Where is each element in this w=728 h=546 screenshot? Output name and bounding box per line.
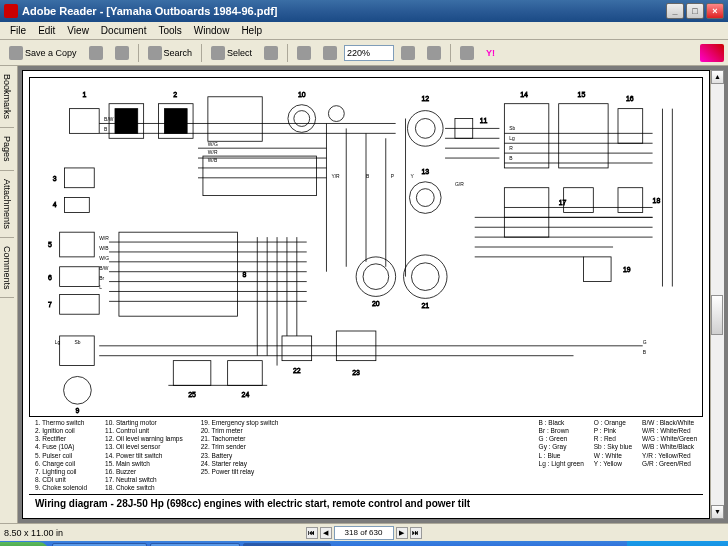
scroll-track[interactable] [711,84,724,505]
zoom-out-button[interactable] [292,43,316,63]
menu-help[interactable]: Help [235,23,268,38]
help-icon [460,46,474,60]
system-tray[interactable]: 00:38 [627,541,728,546]
next-page-button[interactable]: ▶ [396,527,408,539]
svg-text:13: 13 [421,168,429,175]
svg-text:B: B [509,156,513,161]
parts-list-item: 10. Starting motor [105,419,183,427]
svg-point-12 [408,111,444,147]
svg-text:G: G [643,340,647,345]
svg-rect-35 [203,156,317,196]
page-number-input[interactable]: 318 of 630 [334,526,394,540]
svg-text:L: L [99,285,102,290]
parts-list-item: 13. Oil level sensor [105,443,183,451]
diagram-title: Wiring diagram - 28J-50 Hp (698cc) engin… [29,494,703,512]
parts-legend: 1. Thermo switch2. Ignition coil3. Recti… [29,417,703,494]
svg-point-28 [416,189,434,207]
parts-list-item: 1. Thermo switch [35,419,87,427]
parts-list-item: 5. Pulser coil [35,452,87,460]
menu-tools[interactable]: Tools [152,23,187,38]
prev-page-button[interactable]: ◀ [320,527,332,539]
tab-bookmarks[interactable]: Bookmarks [0,66,14,128]
first-page-button[interactable]: ⏮ [306,527,318,539]
svg-text:15: 15 [578,91,586,98]
svg-text:W/B: W/B [208,158,218,163]
tab-pages[interactable]: Pages [0,128,14,171]
color-legend-item: Lg : Light green [539,460,584,468]
svg-text:Lg: Lg [55,340,61,345]
save-copy-button[interactable]: Save a Copy [4,43,82,63]
scroll-down-button[interactable]: ▼ [711,505,724,519]
svg-text:Sb: Sb [74,340,80,345]
svg-text:2: 2 [173,91,177,98]
close-button[interactable]: × [706,3,724,19]
svg-point-9 [294,111,310,127]
side-tabs: Bookmarks Pages Attachments Comments [0,66,18,523]
menu-file[interactable]: File [4,23,32,38]
parts-list-item: 17. Neutral switch [105,476,183,484]
svg-text:12: 12 [421,95,429,102]
svg-rect-30 [504,188,548,237]
document-viewer[interactable]: 1 2 10 12 11 14 15 16 3 4 [18,66,728,523]
svg-text:Y/R: Y/R [331,174,340,179]
parts-list-item: 2. Ignition coil [35,427,87,435]
parts-list-item: 21. Tachometer [201,435,279,443]
menu-view[interactable]: View [61,23,95,38]
tab-comments[interactable]: Comments [0,238,14,299]
scroll-thumb[interactable] [711,295,723,335]
snapshot-button[interactable] [259,43,283,63]
svg-text:W/G: W/G [208,142,218,147]
parts-list-item: 3. Rectifier [35,435,87,443]
color-legend-item: R : Red [594,435,632,443]
windows-taskbar: Start World Sea Fi... YamahaOut... Adobe… [0,541,728,546]
svg-rect-57 [228,361,263,386]
start-button[interactable]: Start [0,542,49,546]
svg-text:W/R: W/R [99,236,109,241]
svg-text:14: 14 [520,91,528,98]
yahoo-button[interactable]: Y! [481,43,500,63]
menu-document[interactable]: Document [95,23,153,38]
parts-list-item: 8. CDI unit [35,476,87,484]
svg-rect-32 [564,188,594,213]
zoom-out-icon [297,46,311,60]
parts-list-item: 15. Main switch [105,460,183,468]
select-button[interactable]: Select [206,43,257,63]
print-button[interactable] [84,43,108,63]
svg-text:P: P [391,174,395,179]
help-button[interactable] [455,43,479,63]
svg-text:22: 22 [293,367,301,374]
menu-edit[interactable]: Edit [32,23,61,38]
parts-list-item: 20. Trim meter [201,427,279,435]
svg-text:1: 1 [82,91,86,98]
app-title: Adobe Reader [22,5,97,17]
svg-text:3: 3 [53,175,57,182]
svg-text:R: R [509,146,513,151]
svg-text:25: 25 [188,391,196,398]
svg-rect-3 [115,109,138,134]
email-button[interactable] [110,43,134,63]
color-legend-item: G/R : Green/Red [642,460,697,468]
maximize-button[interactable]: □ [686,3,704,19]
zoom-input[interactable]: 220% [344,45,394,61]
zoom-in-button[interactable] [318,43,342,63]
last-page-button[interactable]: ⏭ [410,527,422,539]
scroll-up-button[interactable]: ▲ [711,70,724,84]
vertical-scrollbar[interactable]: ▲ ▼ [710,70,724,519]
fit-page-button[interactable] [396,43,420,63]
parts-list-item: 23. Battery [201,452,279,460]
menu-window[interactable]: Window [188,23,236,38]
svg-point-50 [404,255,447,298]
svg-rect-19 [559,104,608,168]
svg-text:9: 9 [76,407,80,414]
search-button[interactable]: Search [143,43,198,63]
wiring-diagram: 1 2 10 12 11 14 15 16 3 4 [29,77,703,417]
svg-text:23: 23 [352,369,360,376]
svg-rect-59 [173,361,211,386]
doc-title: [Yamaha Outboards 1984-96.pdf] [106,5,277,17]
tab-attachments[interactable]: Attachments [0,171,14,238]
color-legend-item: B/W : Black/White [642,419,697,427]
fit-width-button[interactable] [422,43,446,63]
svg-text:Sb: Sb [509,126,515,131]
minimize-button[interactable]: _ [666,3,684,19]
svg-point-13 [415,119,435,139]
